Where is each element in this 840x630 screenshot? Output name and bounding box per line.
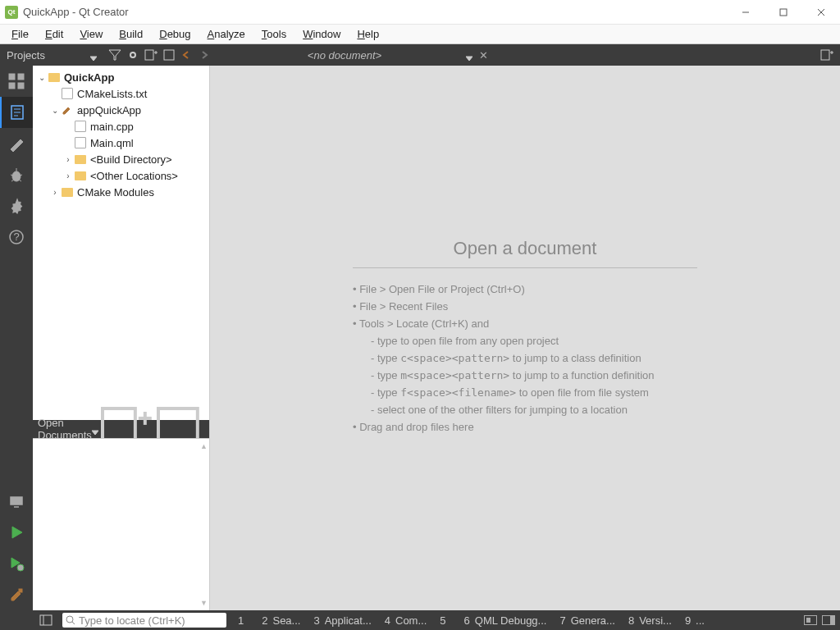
build-button[interactable]	[0, 579, 33, 610]
mode-help[interactable]: ?	[0, 221, 33, 253]
svg-rect-11	[821, 50, 829, 60]
tree-cmake-modules[interactable]: › CMake Modules	[33, 184, 209, 200]
project-tree[interactable]: ⌄ QuickApp CMakeLists.txt ⌄ appQuickApp …	[33, 66, 209, 420]
folder-icon	[61, 185, 74, 199]
expander-icon[interactable]: ›	[49, 188, 61, 197]
close-document-button[interactable]: ✕	[476, 49, 491, 62]
placeholder-line: Tools > Locate (Ctrl+K) and	[353, 317, 697, 330]
open-documents-header[interactable]: Open Documents	[33, 420, 209, 438]
tree-root[interactable]: ⌄ QuickApp	[33, 69, 209, 85]
locator-placeholder: Type to locate (Ctrl+K)	[79, 614, 185, 627]
menu-edit[interactable]: Edit	[37, 26, 71, 42]
folder-icon	[74, 153, 87, 166]
editor-area[interactable]: Open a document File > Open File or Proj…	[210, 66, 840, 610]
placeholder-title: Open a document	[353, 238, 697, 268]
menu-file[interactable]: File	[3, 26, 37, 42]
svg-marker-4	[90, 57, 97, 61]
output-tab[interactable]: 8Versi...	[622, 614, 678, 627]
mode-welcome[interactable]	[0, 66, 33, 97]
output-tab[interactable]: 9...	[678, 614, 711, 627]
activity-rail: ?	[0, 66, 33, 610]
app-icon: Qt	[5, 6, 18, 19]
output-tab[interactable]: 4Com...	[378, 614, 434, 627]
mode-projects[interactable]	[0, 190, 33, 221]
tree-label: CMake Modules	[77, 186, 154, 199]
nav-back-button[interactable]	[177, 51, 195, 59]
search-icon	[66, 615, 75, 625]
tree-label: <Build Directory>	[90, 153, 172, 166]
run-button[interactable]	[0, 517, 33, 548]
expander-icon[interactable]: ⌄	[49, 106, 61, 115]
placeholder-line: File > Recent Files	[353, 300, 697, 313]
output-tab[interactable]: 7Genera...	[553, 614, 621, 627]
svg-marker-32	[12, 527, 22, 538]
menu-analyze[interactable]: Analyze	[199, 26, 253, 42]
placeholder-subline: select one of the other filters for jump…	[371, 404, 697, 416]
menu-debug[interactable]: Debug	[151, 26, 199, 42]
maximize-button[interactable]	[765, 0, 802, 25]
svg-rect-17	[18, 83, 24, 89]
tree-label: CMakeLists.txt	[77, 88, 147, 100]
menu-window[interactable]: Window	[294, 26, 349, 42]
locator-input[interactable]: Type to locate (Ctrl+K)	[62, 613, 226, 628]
placeholder-subline: type to open file from any open project	[371, 335, 697, 347]
progress-toggle-button[interactable]	[804, 615, 817, 625]
close-button[interactable]	[802, 0, 840, 25]
svg-marker-10	[466, 57, 472, 61]
mode-design[interactable]	[0, 128, 33, 159]
tree-label: QuickApp	[64, 71, 114, 84]
document-selector[interactable]: <no document>	[213, 47, 476, 63]
svg-rect-1	[780, 9, 787, 16]
tree-builddir[interactable]: › <Build Directory>	[33, 151, 209, 167]
tree-otherloc[interactable]: › <Other Locations>	[33, 167, 209, 184]
svg-point-34	[17, 564, 24, 571]
output-tab[interactable]: 2Sea...	[255, 614, 307, 627]
split-add-icon[interactable]	[143, 47, 159, 63]
scroll-up-icon[interactable]: ▲	[200, 442, 208, 450]
open-documents-list[interactable]: ▲ ▼	[33, 438, 209, 610]
nav-forward-button[interactable]	[195, 51, 213, 59]
svg-rect-14	[9, 74, 15, 80]
tree-label: Main.qml	[90, 137, 134, 149]
split-close-icon[interactable]	[161, 47, 177, 63]
scroll-down-icon[interactable]: ▼	[200, 599, 208, 607]
menu-build[interactable]: Build	[111, 26, 151, 42]
expander-icon[interactable]: ⌄	[36, 73, 48, 82]
tree-file-maincpp[interactable]: main.cpp	[33, 118, 209, 135]
editor-split-add-icon[interactable]	[819, 47, 835, 63]
tree-file-cmakelists[interactable]: CMakeLists.txt	[33, 85, 209, 102]
menu-view[interactable]: View	[71, 26, 111, 42]
tree-file-mainqml[interactable]: Main.qml	[33, 135, 209, 151]
placeholder-subline: type f<space><filename> to open file fro…	[371, 386, 697, 399]
output-tab[interactable]: 1	[231, 614, 255, 627]
open-documents-dropdown-icon[interactable]	[92, 426, 98, 432]
right-sidebar-toggle-button[interactable]	[822, 615, 835, 625]
minimize-button[interactable]	[727, 0, 765, 25]
menu-help[interactable]: Help	[349, 26, 387, 42]
expander-icon[interactable]: ›	[62, 155, 74, 164]
svg-point-43	[66, 616, 73, 623]
link-icon[interactable]	[125, 47, 141, 63]
tree-label: main.cpp	[90, 121, 134, 133]
sidebar-toggle-button[interactable]	[34, 610, 57, 630]
placeholder-line: File > Open File or Project (Ctrl+O)	[353, 283, 697, 295]
projects-dropdown-icon[interactable]	[90, 52, 97, 58]
kit-selector[interactable]	[0, 486, 33, 517]
output-tab[interactable]: 6QML Debugg...	[458, 614, 554, 627]
menu-tools[interactable]: Tools	[253, 26, 294, 42]
file-icon	[61, 87, 74, 100]
qml-file-icon	[74, 136, 87, 149]
run-debug-button[interactable]	[0, 548, 33, 579]
main-area: ⌄ QuickApp CMakeLists.txt ⌄ appQuickApp …	[33, 66, 840, 610]
placeholder-subline: type c<space><pattern> to jump to a clas…	[371, 352, 697, 364]
tree-target[interactable]: ⌄ appQuickApp	[33, 102, 209, 118]
mode-debug[interactable]	[0, 159, 33, 190]
mode-edit[interactable]	[0, 97, 33, 128]
filter-icon[interactable]	[107, 47, 123, 63]
expander-icon[interactable]: ›	[62, 171, 74, 180]
window-title: QuickApp - Qt Creator	[23, 6, 129, 18]
output-tab[interactable]: 5	[433, 614, 457, 627]
svg-marker-36	[92, 431, 98, 435]
output-tab[interactable]: 3Applicat...	[307, 614, 377, 627]
projects-pane-label[interactable]: Projects	[7, 49, 90, 62]
